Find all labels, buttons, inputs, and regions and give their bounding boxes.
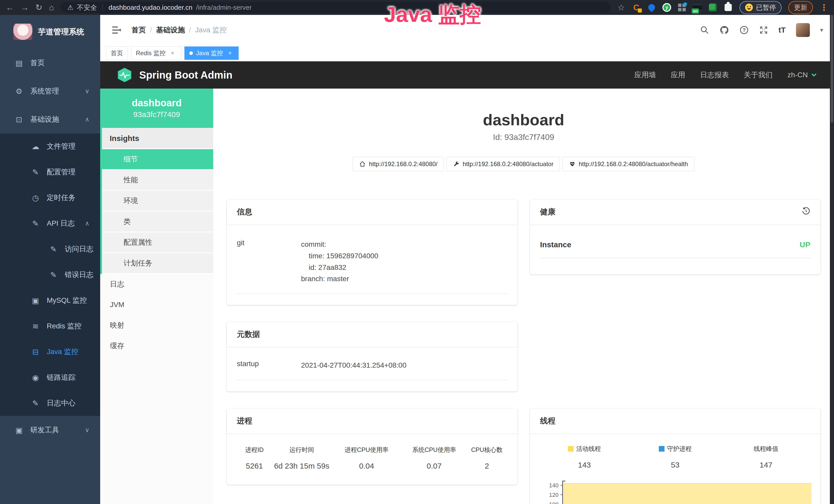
tab-redis-monitor[interactable]: Redis 监控 × [131, 46, 181, 60]
app-logo-image [13, 24, 32, 40]
sba-locale-select[interactable]: zh-CN [788, 71, 817, 79]
extension-puzzle-icon[interactable] [724, 3, 733, 12]
profile-paused-badge[interactable]: 已暂停 [740, 1, 782, 14]
sidebar-item-trace[interactable]: ◉ 链路追踪 [0, 365, 100, 390]
sba-side-item-details[interactable]: 细节 [102, 149, 213, 170]
browser-reload-icon[interactable]: ↻ [36, 3, 42, 12]
extension-on-icon[interactable]: on [693, 3, 702, 12]
sidebar-item-scheduled-job[interactable]: ◷ 定时任务 [0, 185, 100, 210]
sidebar-item-access-log[interactable]: ✎ 访问日志 [0, 236, 100, 262]
sidebar-item-file-manage[interactable]: ☁ 文件管理 [0, 134, 100, 159]
sba-side-item-logs[interactable]: 日志 [100, 274, 213, 295]
sidebar-item-api-log[interactable]: ✎ API 日志 ∧ [0, 210, 100, 236]
clock-icon: ◷ [31, 193, 40, 202]
dashboard-icon: ▤ [14, 59, 24, 68]
insecure-label[interactable]: 不安全 [77, 3, 97, 12]
sidebar-item-redis-monitor[interactable]: ≋ Redis 监控 [0, 313, 100, 339]
gear-icon: ⚙ [14, 87, 24, 96]
github-icon[interactable] [720, 25, 729, 35]
sba-nav-journal[interactable]: 日志报表 [700, 70, 729, 80]
sidebar-item-label: 文件管理 [47, 141, 75, 151]
tab-home[interactable]: 首页 [106, 46, 128, 60]
breadcrumb-separator: / [150, 26, 152, 34]
search-icon[interactable] [700, 25, 709, 35]
tab-label: Java 监控 [196, 49, 223, 57]
help-icon[interactable]: ? [740, 25, 749, 35]
app-logo-row[interactable]: 芋道管理系统 [0, 15, 100, 49]
sba-nav-about[interactable]: 关于我们 [744, 70, 773, 80]
sba-nav-wallboard[interactable]: 应用墙 [634, 70, 656, 80]
sba-side-item-environment[interactable]: 环境 [102, 191, 213, 211]
sba-side-item-jvm[interactable]: JVM [100, 295, 213, 315]
health-url-button[interactable]: http://192.168.0.2:48080/actuator/health [563, 157, 695, 171]
breadcrumb-home[interactable]: 首页 [132, 25, 146, 35]
scrollbar-thumb[interactable] [831, 15, 833, 123]
extension-grid-icon[interactable] [677, 3, 686, 12]
sidebar-item-error-log[interactable]: ✎ 错误日志 [0, 262, 100, 288]
tab-java-monitor[interactable]: Java 监控 × [184, 46, 239, 60]
sba-brand[interactable]: Spring Boot Admin [117, 67, 233, 83]
browser-home-icon[interactable]: ⌂ [49, 3, 54, 12]
user-avatar[interactable] [796, 23, 810, 37]
extension-c-icon[interactable]: C [632, 3, 641, 12]
font-size-icon[interactable]: tT [778, 26, 786, 35]
history-icon[interactable] [802, 207, 810, 217]
sidebar-item-config-manage[interactable]: ✎ 配置管理 [0, 159, 100, 185]
address-bar[interactable]: ⚠ 不安全 dashboard.yudao.iocoder.cn/infra/a… [61, 2, 611, 13]
sidebar-item-infrastructure[interactable]: ⊡ 基础设施 ∧ [0, 105, 100, 134]
sba-side-item-mappings[interactable]: 映射 [100, 315, 213, 336]
metadata-row-label: startup [237, 360, 301, 368]
daemon-threads-value: 53 [630, 461, 721, 469]
legend-live-threads: 活动线程 143 [539, 445, 630, 469]
browser-back-icon[interactable]: ← [6, 3, 14, 12]
actuator-url-button[interactable]: http://192.168.0.2:48080/actuator [446, 157, 560, 171]
close-icon[interactable]: × [169, 49, 176, 57]
uptime-value: 6d 23h 15m 59s [272, 462, 332, 471]
svg-text:?: ? [743, 27, 746, 33]
extension-y-icon[interactable]: y [662, 3, 671, 12]
breadcrumb-current: Java 监控 [195, 25, 227, 35]
close-icon[interactable]: × [226, 49, 234, 57]
app-title: 芋道管理系统 [38, 27, 84, 37]
process-card: 进程 进程ID 运行时间 进程CPU使用率 系统CPU使用率 CPU核心数 [226, 409, 518, 485]
infrastructure-icon: ⊡ [14, 115, 24, 124]
bookmark-star-icon[interactable]: ☆ [617, 3, 625, 12]
screen: ← → ↻ ⌂ ⚠ 不安全 dashboard.yudao.iocoder.cn… [0, 0, 834, 504]
breadcrumb-infrastructure[interactable]: 基础设施 [156, 25, 185, 35]
sidebar-item-devtools[interactable]: ▣ 研发工具 ∨ [0, 416, 100, 444]
sidebar-item-java-monitor[interactable]: ⊟ Java 监控 [0, 339, 100, 365]
process-table-row: 5261 6d 23h 15m 59s 0.04 0.07 2 [237, 462, 507, 471]
legend-label: 守护进程 [667, 445, 692, 453]
sba-side-item-classes[interactable]: 类 [102, 211, 213, 232]
sba-nav-applications[interactable]: 应用 [671, 70, 685, 80]
legend-label: 线程峰值 [753, 445, 778, 453]
sidebar-item-mysql-monitor[interactable]: ▣ MySQL 监控 [0, 288, 100, 313]
instance-id: 93a3fc7f7409 [133, 110, 180, 119]
extension-pin-icon[interactable] [647, 3, 656, 12]
browser-forward-icon[interactable]: → [21, 3, 29, 12]
extension-leaf-icon[interactable] [708, 3, 717, 12]
fullscreen-icon[interactable] [759, 25, 768, 35]
sba-side-item-config-props[interactable]: 配置属性 [102, 232, 213, 253]
tab-label: 首页 [111, 49, 123, 57]
sba-side-item-caches[interactable]: 缓存 [100, 336, 213, 356]
health-card-header: 健康 [530, 200, 821, 224]
sidebar-item-system[interactable]: ⚙ 系统管理 ∨ [0, 77, 100, 105]
sidebar-item-label: MySQL 监控 [47, 296, 87, 305]
sidebar-item-home[interactable]: ▤ 首页 [0, 49, 100, 77]
sidebar-item-label: API 日志 [47, 219, 75, 228]
edit-square-icon: ✎ [31, 399, 40, 408]
edit-square-icon: ✎ [31, 219, 40, 228]
page-scrollbar[interactable] [830, 15, 834, 504]
avatar-caret-icon[interactable]: ▾ [820, 26, 823, 33]
hamburger-icon[interactable] [111, 25, 121, 35]
browser-update-button[interactable]: 更新 [788, 1, 813, 14]
service-url-button[interactable]: http://192.168.0.2:48080/ [353, 157, 444, 171]
sba-instance-header[interactable]: dashboard 93a3fc7f7409 [100, 89, 213, 128]
sba-side-item-scheduled-tasks[interactable]: 计划任务 [102, 253, 213, 274]
profile-emoji-icon [745, 4, 753, 11]
sidebar-item-log-center[interactable]: ✎ 日志中心 [0, 390, 100, 416]
sba-side-item-metrics[interactable]: 性能 [102, 170, 213, 191]
browser-menu-icon[interactable]: ⋮ [820, 2, 828, 13]
url-path: /infra/admin-server [196, 4, 252, 12]
